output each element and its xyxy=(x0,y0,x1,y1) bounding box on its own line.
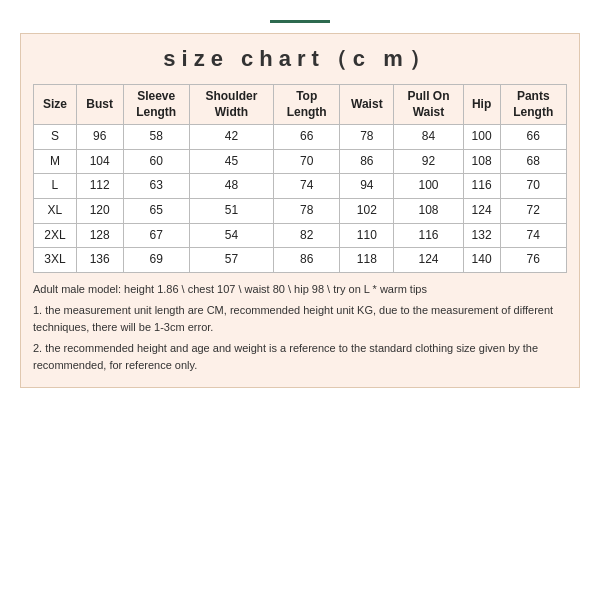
cell-r3-c1: 120 xyxy=(76,198,123,223)
cell-r2-c7: 116 xyxy=(463,174,500,199)
cell-r4-c0: 2XL xyxy=(34,223,77,248)
cell-r2-c8: 70 xyxy=(500,174,566,199)
col-header-hip: Hip xyxy=(463,85,500,125)
cell-r3-c3: 51 xyxy=(189,198,273,223)
cell-r4-c1: 128 xyxy=(76,223,123,248)
cell-r4-c8: 74 xyxy=(500,223,566,248)
table-row: M104604570869210868 xyxy=(34,149,567,174)
table-row: 2XL12867548211011613274 xyxy=(34,223,567,248)
col-header-bust: Bust xyxy=(76,85,123,125)
table-row: XL12065517810210812472 xyxy=(34,198,567,223)
cell-r0-c7: 100 xyxy=(463,125,500,150)
cell-r2-c6: 100 xyxy=(394,174,463,199)
cell-r4-c3: 54 xyxy=(189,223,273,248)
cell-r0-c2: 58 xyxy=(123,125,189,150)
notes-section: Adult male model: height 1.86 \ chest 10… xyxy=(33,281,567,374)
cell-r5-c2: 69 xyxy=(123,248,189,273)
col-header-pants-length: PantsLength xyxy=(500,85,566,125)
cell-r2-c2: 63 xyxy=(123,174,189,199)
cell-r2-c4: 74 xyxy=(274,174,340,199)
cell-r5-c7: 140 xyxy=(463,248,500,273)
cell-r3-c6: 108 xyxy=(394,198,463,223)
cell-r0-c0: S xyxy=(34,125,77,150)
table-body: S96584266788410066M104604570869210868L11… xyxy=(34,125,567,273)
table-row: S96584266788410066 xyxy=(34,125,567,150)
top-accent-line xyxy=(270,20,330,23)
cell-r3-c7: 124 xyxy=(463,198,500,223)
col-header-pull-on-waist: Pull OnWaist xyxy=(394,85,463,125)
cell-r1-c0: M xyxy=(34,149,77,174)
col-header-sleeve-length: SleeveLength xyxy=(123,85,189,125)
cell-r0-c5: 78 xyxy=(340,125,394,150)
col-header-waist: Waist xyxy=(340,85,394,125)
col-header-shoulder-width: ShoulderWidth xyxy=(189,85,273,125)
col-header-top-length: TopLength xyxy=(274,85,340,125)
cell-r4-c2: 67 xyxy=(123,223,189,248)
col-header-size: Size xyxy=(34,85,77,125)
cell-r0-c1: 96 xyxy=(76,125,123,150)
cell-r2-c3: 48 xyxy=(189,174,273,199)
table-header: SizeBustSleeveLengthShoulderWidthTopLeng… xyxy=(34,85,567,125)
cell-r0-c4: 66 xyxy=(274,125,340,150)
cell-r0-c6: 84 xyxy=(394,125,463,150)
cell-r2-c1: 112 xyxy=(76,174,123,199)
cell-r5-c4: 86 xyxy=(274,248,340,273)
cell-r4-c6: 116 xyxy=(394,223,463,248)
cell-r1-c7: 108 xyxy=(463,149,500,174)
cell-r3-c0: XL xyxy=(34,198,77,223)
cell-r0-c3: 42 xyxy=(189,125,273,150)
cell-r4-c7: 132 xyxy=(463,223,500,248)
cell-r4-c5: 110 xyxy=(340,223,394,248)
cell-r1-c6: 92 xyxy=(394,149,463,174)
cell-r1-c1: 104 xyxy=(76,149,123,174)
size-table: SizeBustSleeveLengthShoulderWidthTopLeng… xyxy=(33,84,567,273)
cell-r2-c5: 94 xyxy=(340,174,394,199)
cell-r3-c5: 102 xyxy=(340,198,394,223)
cell-r3-c2: 65 xyxy=(123,198,189,223)
chart-title: size chart（c m） xyxy=(33,44,567,74)
size-chart-container: size chart（c m） SizeBustSleeveLengthShou… xyxy=(20,33,580,388)
cell-r5-c0: 3XL xyxy=(34,248,77,273)
note-model: Adult male model: height 1.86 \ chest 10… xyxy=(33,281,567,298)
cell-r5-c1: 136 xyxy=(76,248,123,273)
table-row: 3XL13669578611812414076 xyxy=(34,248,567,273)
cell-r5-c3: 57 xyxy=(189,248,273,273)
cell-r5-c8: 76 xyxy=(500,248,566,273)
note-1: 1. the measurement unit length are CM, r… xyxy=(33,302,567,335)
cell-r5-c5: 118 xyxy=(340,248,394,273)
cell-r1-c4: 70 xyxy=(274,149,340,174)
note-2: 2. the recommended height and age and we… xyxy=(33,340,567,373)
cell-r4-c4: 82 xyxy=(274,223,340,248)
cell-r1-c5: 86 xyxy=(340,149,394,174)
table-row: L1126348749410011670 xyxy=(34,174,567,199)
cell-r5-c6: 124 xyxy=(394,248,463,273)
cell-r1-c8: 68 xyxy=(500,149,566,174)
header-row: SizeBustSleeveLengthShoulderWidthTopLeng… xyxy=(34,85,567,125)
cell-r1-c3: 45 xyxy=(189,149,273,174)
cell-r3-c8: 72 xyxy=(500,198,566,223)
cell-r3-c4: 78 xyxy=(274,198,340,223)
cell-r2-c0: L xyxy=(34,174,77,199)
cell-r0-c8: 66 xyxy=(500,125,566,150)
cell-r1-c2: 60 xyxy=(123,149,189,174)
